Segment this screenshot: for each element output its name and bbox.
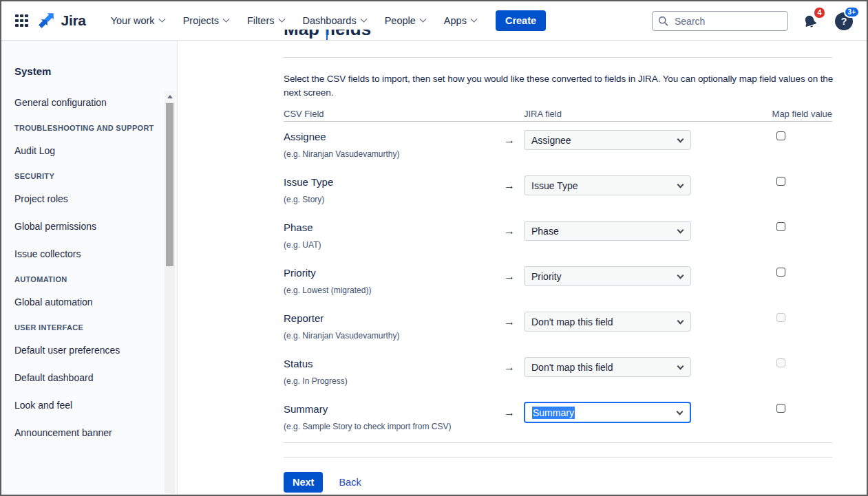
nav-apps[interactable]: Apps [444,15,476,26]
select-value: Issue Type [531,180,578,191]
arrow-right-icon: → [504,270,515,283]
sidebar-item-global-automation[interactable]: Global automation [14,296,177,309]
sidebar-heading-user-interface: USER INTERFACE [14,323,177,332]
column-header-jira-field: JIRA field [524,109,562,119]
table-row-summary: Summary (e.g. Sample Story to check impo… [284,395,832,440]
csv-field-example: (e.g. Sample Story to check import from … [284,422,451,431]
sidebar-item-look-and-feel[interactable]: Look and feel [14,399,177,412]
notification-count-badge: 4 [813,6,826,19]
jira-field-select-focused[interactable]: Summary [524,402,691,423]
jira-field-select[interactable]: Priority [524,266,691,286]
search-input[interactable] [652,11,788,31]
chevron-down-icon [677,363,684,370]
jira-field-select[interactable]: Assignee [524,130,691,150]
sidebar-heading-troubleshooting: TROUBLESHOOTING AND SUPPORT [14,124,177,132]
csv-field-name: Phase [284,222,313,233]
csv-field-name: Issue Type [284,176,333,188]
csv-field-name: Reporter [284,312,324,324]
notifications-button[interactable]: 4 [802,11,821,32]
create-button[interactable]: Create [496,10,546,31]
csv-field-example: (e.g. UAT) [284,240,321,250]
jira-field-select[interactable]: Don't map this field [524,357,691,377]
search-box [652,11,788,31]
nav-your-work[interactable]: Your work [111,15,165,26]
sidebar-item-default-user-preferences[interactable]: Default user preferences [14,344,177,357]
csv-field-name: Assignee [284,131,326,142]
navbar-right-cluster: 4 ? 3+ [652,1,854,41]
arrow-right-icon: → [504,134,515,147]
select-value-selected: Summary [532,407,575,419]
sidebar-item-general-configuration[interactable]: General configuration [14,96,177,109]
chevron-down-icon [223,15,230,22]
sidebar-item-global-permissions[interactable]: Global permissions [14,220,177,233]
scrollbar-up-arrow-icon[interactable] [165,91,175,102]
nav-filters[interactable]: Filters [247,15,284,26]
chevron-down-icon [677,318,684,325]
map-field-checkbox [776,313,785,322]
sidebar-item-issue-collectors[interactable]: Issue collectors [14,248,177,261]
sidebar-item-project-roles[interactable]: Project roles [14,193,177,206]
sidebar-item-audit-log[interactable]: Audit Log [14,144,177,158]
map-field-checkbox[interactable] [776,222,785,231]
column-header-csv-field: CSV Field [284,109,324,119]
csv-field-example: (e.g. Story) [284,195,324,204]
csv-field-name: Status [284,358,313,369]
table-header-divider [284,121,832,122]
table-row-assignee: Assignee (e.g. Niranjan Vasudevamurthy) … [284,122,832,168]
map-field-checkbox[interactable] [776,131,785,140]
nav-dashboards[interactable]: Dashboards [303,15,366,26]
app-switcher-icon[interactable] [15,14,28,28]
map-field-checkbox[interactable] [776,177,785,186]
footer-divider [284,457,832,457]
page-description: Select the CSV fields to import, then se… [284,72,840,100]
jira-field-select[interactable]: Issue Type [524,175,691,195]
chevron-down-icon [470,15,477,22]
column-header-map-field-value: Map field value [772,109,832,119]
sidebar-scrollbar[interactable] [165,91,175,493]
back-link[interactable]: Back [339,477,361,488]
csv-field-name: Priority [284,267,316,279]
scrollbar-thumb[interactable] [166,103,173,266]
text-cursor [326,30,328,40]
sidebar-item-announcement-banner[interactable]: Announcement banner [14,427,177,440]
sidebar-title: System [14,65,177,77]
chevron-down-icon [158,15,165,22]
map-field-checkbox[interactable] [776,404,785,413]
primary-nav: Your work Projects Filters Dashboards Pe… [111,15,476,26]
arrow-right-icon: → [504,407,515,419]
csv-field-example: (e.g. Niranjan Vasudevamurthy) [284,331,400,341]
nav-people[interactable]: People [385,15,425,26]
chevron-down-icon [677,227,684,234]
csv-field-example: (e.g. In Progress) [284,376,348,386]
admin-sidebar: System General configuration TROUBLESHOO… [1,41,178,495]
csv-field-name: Summary [284,403,328,415]
nav-projects[interactable]: Projects [183,15,229,26]
field-mapping-table: Assignee (e.g. Niranjan Vasudevamurthy) … [284,122,832,440]
map-field-checkbox[interactable] [776,268,785,277]
table-row-reporter: Reporter (e.g. Niranjan Vasudevamurthy) … [284,304,832,349]
select-value: Don't map this field [531,316,613,327]
chevron-down-icon [677,136,684,143]
table-row-phase: Phase (e.g. UAT) → Phase [284,213,832,259]
select-value: Don't map this field [531,362,613,373]
sidebar-heading-automation: AUTOMATION [14,275,177,283]
main-content: Select the CSV fields to import, then se… [178,41,867,495]
wizard-actions: Next Back [284,472,361,493]
title-divider [284,57,832,58]
help-count-badge: 3+ [844,6,860,18]
chevron-down-icon [677,272,684,279]
help-button[interactable]: ? 3+ [835,11,854,32]
jira-admin-page: Jira Your work Projects Filters Dashboar… [0,0,868,496]
sidebar-item-default-dashboard[interactable]: Default dashboard [14,371,177,385]
select-value: Priority [531,271,562,282]
arrow-right-icon: → [504,316,515,328]
sidebar-heading-security: SECURITY [14,172,177,180]
jira-field-select[interactable]: Phase [524,221,691,241]
jira-field-select[interactable]: Don't map this field [524,312,691,332]
search-icon [658,16,668,29]
chevron-down-icon [360,15,367,22]
next-button[interactable]: Next [284,472,323,493]
jira-logo[interactable]: Jira [38,10,86,31]
chevron-down-icon [419,15,426,22]
table-row-priority: Priority (e.g. Lowest (migrated)) → Prio… [284,259,832,304]
